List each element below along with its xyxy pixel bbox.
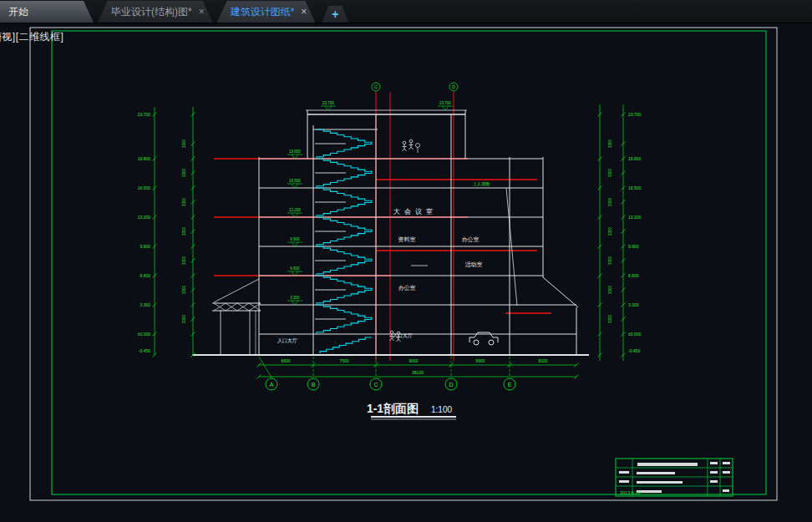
viewport-label[interactable]: [俯视][二维线框] xyxy=(0,30,63,44)
document-tab-bar: 开始 毕业设计(结构)图* × 建筑设计图纸* × + xyxy=(0,0,812,23)
svg-text:23.700: 23.700 xyxy=(628,112,642,117)
svg-text:6.600: 6.600 xyxy=(628,273,639,278)
tab-label: 建筑设计图纸* xyxy=(231,5,295,19)
svg-text:入口大厅: 入口大厅 xyxy=(393,332,413,339)
svg-text:±0.000: ±0.000 xyxy=(628,332,641,337)
svg-text:大会议室: 大会议室 xyxy=(393,208,437,215)
svg-text:16.500: 16.500 xyxy=(289,179,301,183)
svg-text:3.300: 3.300 xyxy=(290,296,300,300)
svg-text:3300: 3300 xyxy=(608,139,612,148)
tab-label: 毕业设计(结构)图* xyxy=(111,5,192,19)
svg-text:3300: 3300 xyxy=(608,226,612,236)
svg-text:C: C xyxy=(373,382,378,388)
close-icon[interactable]: × xyxy=(199,7,205,17)
svg-text:23.700: 23.700 xyxy=(439,101,451,105)
svg-text:16.500: 16.500 xyxy=(628,185,642,190)
svg-text:C: C xyxy=(374,84,378,89)
svg-text:8100: 8100 xyxy=(538,358,547,363)
svg-text:3300: 3300 xyxy=(182,168,186,177)
svg-text:3.300: 3.300 xyxy=(140,302,150,307)
svg-text:3300: 3300 xyxy=(182,285,186,294)
svg-text:13.200: 13.200 xyxy=(138,215,151,220)
svg-text:7500: 7500 xyxy=(339,358,348,363)
svg-text:23.700: 23.700 xyxy=(322,101,334,105)
svg-text:2013.6.20: 2013.6.20 xyxy=(620,490,640,495)
svg-text:23.700: 23.700 xyxy=(138,112,151,117)
stairs xyxy=(317,129,372,353)
svg-text:-0.450: -0.450 xyxy=(139,348,150,353)
svg-text:3300: 3300 xyxy=(608,285,612,294)
svg-text:13.200: 13.200 xyxy=(289,208,301,212)
svg-text:19.800: 19.800 xyxy=(628,156,642,161)
svg-text:1-1剖面图: 1-1剖面图 xyxy=(367,402,419,415)
svg-text:9.900: 9.900 xyxy=(290,237,300,241)
svg-text:9.900: 9.900 xyxy=(628,244,639,249)
svg-text:入口大厅: 入口大厅 xyxy=(277,337,297,344)
svg-text:38100: 38100 xyxy=(412,370,424,375)
svg-text:3300: 3300 xyxy=(182,226,186,236)
svg-text:办公室: 办公室 xyxy=(398,285,416,291)
svg-text:19.800: 19.800 xyxy=(289,150,301,154)
svg-text:3300: 3300 xyxy=(608,168,612,177)
svg-text:3300: 3300 xyxy=(608,314,612,323)
svg-text:3300: 3300 xyxy=(608,197,612,206)
svg-text:3300: 3300 xyxy=(182,197,186,206)
svg-text:上人屋面: 上人屋面 xyxy=(473,181,490,187)
sheet-frame xyxy=(30,28,777,500)
svg-text:3300: 3300 xyxy=(182,256,186,265)
dimensions: 23.70019.80016.50013.2009.9006.6003.300±… xyxy=(138,83,642,390)
svg-text:6.600: 6.600 xyxy=(140,273,150,278)
svg-text:-0.450: -0.450 xyxy=(628,348,640,353)
svg-text:6.600: 6.600 xyxy=(290,266,300,271)
tab-doc-structure[interactable]: 毕业设计(结构)图* × xyxy=(98,1,213,23)
svg-text:B: B xyxy=(312,382,316,388)
tab-doc-architecture[interactable]: 建筑设计图纸* × xyxy=(217,1,316,23)
svg-text:6600: 6600 xyxy=(281,358,290,363)
new-tab-button[interactable]: + xyxy=(322,6,348,23)
svg-text:3.300: 3.300 xyxy=(628,302,639,307)
tab-start[interactable]: 开始 xyxy=(0,1,94,23)
svg-text:13.200: 13.200 xyxy=(628,215,642,220)
svg-text:6900: 6900 xyxy=(475,358,485,363)
section-drawing: 23.70019.80016.50013.2009.9006.6003.300±… xyxy=(0,0,812,522)
svg-text:3300: 3300 xyxy=(608,256,612,265)
svg-text:9.900: 9.900 xyxy=(140,244,150,249)
svg-text:1:100: 1:100 xyxy=(431,405,452,414)
tab-label: 开始 xyxy=(8,5,28,19)
title-block: 2013.6.20 xyxy=(616,459,733,496)
svg-text:3300: 3300 xyxy=(182,314,186,323)
svg-text:19.800: 19.800 xyxy=(138,156,151,161)
cad-canvas[interactable]: [俯视][二维线框] 23.70019.80016.50013.2009.900… xyxy=(0,0,812,522)
svg-text:±0.000: ±0.000 xyxy=(138,332,150,337)
svg-text:E: E xyxy=(508,382,512,388)
level-lines xyxy=(214,92,551,361)
svg-text:资料室: 资料室 xyxy=(398,236,416,242)
svg-text:9000: 9000 xyxy=(409,358,418,363)
svg-text:A: A xyxy=(270,382,274,388)
svg-text:D: D xyxy=(452,84,455,89)
plus-icon: + xyxy=(332,8,338,21)
svg-text:办公室: 办公室 xyxy=(462,236,480,242)
svg-text:3300: 3300 xyxy=(182,139,186,148)
svg-text:16.500: 16.500 xyxy=(138,185,151,190)
svg-text:活动室: 活动室 xyxy=(465,261,483,268)
close-icon[interactable]: × xyxy=(301,7,307,17)
svg-text:D: D xyxy=(449,382,453,388)
